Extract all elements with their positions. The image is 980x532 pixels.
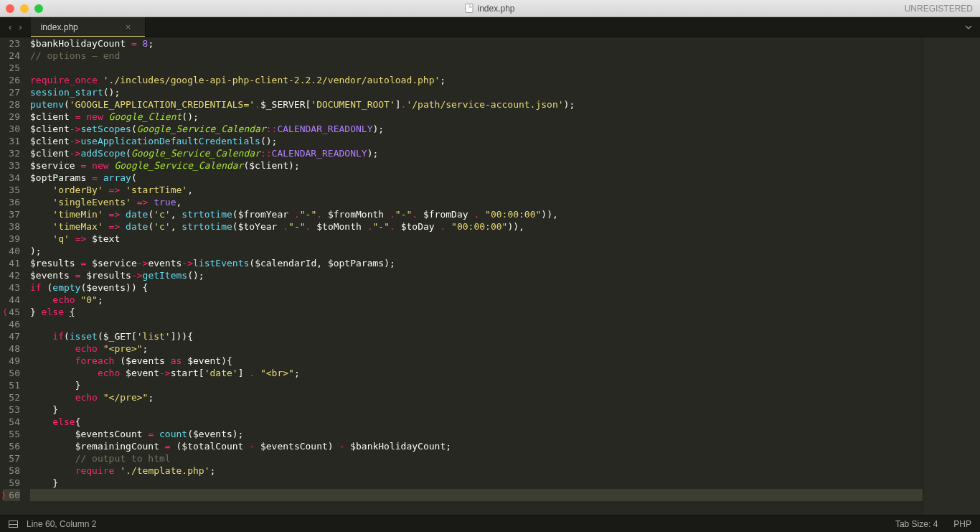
- code-line[interactable]: }: [30, 403, 923, 416]
- nav-arrows: ‹ ›: [0, 17, 31, 37]
- code-line[interactable]: if (empty($events)) {: [30, 281, 923, 294]
- code-line[interactable]: }: [30, 477, 923, 489]
- code-line[interactable]: $client->useApplicationDefaultCredential…: [30, 135, 923, 147]
- line-number[interactable]: 52: [3, 391, 20, 403]
- code-line[interactable]: else{: [30, 416, 923, 428]
- tab-index-php[interactable]: index.php ×: [31, 17, 146, 37]
- syntax-selector[interactable]: PHP: [953, 519, 971, 529]
- line-number[interactable]: 57: [3, 452, 20, 465]
- traffic-lights: [6, 4, 43, 13]
- code-line[interactable]: 'q' => $text: [30, 233, 923, 245]
- code-line[interactable]: $eventsCount = count($events);: [30, 428, 923, 440]
- code-line[interactable]: foreach ($events as $event){: [30, 355, 923, 367]
- panel-switcher-icon[interactable]: [9, 521, 18, 528]
- line-number[interactable]: 29: [3, 111, 20, 123]
- code-line[interactable]: echo "0";: [30, 294, 923, 306]
- code-line[interactable]: $bankHolidayCount = 8;: [30, 37, 923, 50]
- line-number[interactable]: 28: [3, 98, 20, 111]
- code-line[interactable]: );: [30, 245, 923, 257]
- line-number[interactable]: 23: [3, 37, 20, 50]
- line-number[interactable]: 39: [3, 233, 20, 245]
- code-line[interactable]: $events = $results->getItems();: [30, 269, 923, 281]
- code-line[interactable]: [30, 489, 923, 501]
- line-number[interactable]: 58: [3, 465, 20, 477]
- tab-size-selector[interactable]: Tab Size: 4: [895, 519, 938, 529]
- line-number[interactable]: 50: [3, 367, 20, 379]
- tab-overflow[interactable]: [957, 17, 980, 37]
- line-number[interactable]: 41: [3, 257, 20, 269]
- line-number[interactable]: 55: [3, 428, 20, 440]
- line-number[interactable]: 37: [3, 208, 20, 220]
- window-titlebar: index.php UNREGISTERED: [0, 0, 980, 17]
- window-title: index.php: [477, 4, 514, 14]
- nav-back-button[interactable]: ‹: [9, 22, 11, 32]
- code-line[interactable]: echo "</pre>";: [30, 391, 923, 403]
- code-line[interactable]: putenv('GOOGLE_APPLICATION_CREDENTIALS='…: [30, 98, 923, 111]
- line-number[interactable]: 56: [3, 440, 20, 452]
- code-line[interactable]: $client->setScopes(Google_Service_Calend…: [30, 123, 923, 135]
- chevron-down-icon: [964, 23, 973, 32]
- minimap[interactable]: [923, 37, 980, 515]
- code-line[interactable]: [30, 318, 923, 330]
- line-number[interactable]: 49: [3, 355, 20, 367]
- line-number[interactable]: 32: [3, 147, 20, 159]
- line-number[interactable]: 47: [3, 330, 20, 342]
- line-number[interactable]: 44: [3, 294, 20, 306]
- nav-forward-button[interactable]: ›: [19, 22, 22, 32]
- line-number[interactable]: 54: [3, 416, 20, 428]
- code-line[interactable]: 'orderBy' => 'startTime',: [30, 184, 923, 196]
- line-number[interactable]: 59: [3, 477, 20, 489]
- code-line[interactable]: echo $event->start['date'] . "<br>";: [30, 367, 923, 379]
- line-number[interactable]: 33: [3, 159, 20, 172]
- code-line[interactable]: $optParams = array(: [30, 172, 923, 184]
- line-number[interactable]: 36: [3, 196, 20, 208]
- line-number[interactable]: 35: [3, 184, 20, 196]
- code-line[interactable]: 'singleEvents' => true,: [30, 196, 923, 208]
- code-line[interactable]: require './template.php';: [30, 465, 923, 477]
- line-number[interactable]: 53: [3, 403, 20, 416]
- line-number[interactable]: 51: [3, 379, 20, 391]
- minimize-window-button[interactable]: [20, 4, 29, 13]
- line-number[interactable]: {45: [3, 306, 20, 318]
- code-line[interactable]: $client = new Google_Client();: [30, 111, 923, 123]
- document-icon: [465, 4, 473, 13]
- line-number[interactable]: 34: [3, 172, 20, 184]
- code-line[interactable]: if(isset($_GET['list'])){: [30, 330, 923, 342]
- line-number-gutter[interactable]: 2324252627282930313233343536373839404142…: [0, 37, 26, 515]
- code-line[interactable]: $results = $service->events->listEvents(…: [30, 257, 923, 269]
- code-line[interactable]: // options – end: [30, 50, 923, 62]
- line-number[interactable]: 42: [3, 269, 20, 281]
- line-number[interactable]: 30: [3, 123, 20, 135]
- line-number[interactable]: 40: [3, 245, 20, 257]
- maximize-window-button[interactable]: [34, 4, 43, 13]
- code-line[interactable]: 'timeMax' => date('c', strtotime($toYear…: [30, 220, 923, 233]
- code-line[interactable]: }: [30, 379, 923, 391]
- line-number[interactable]: 24: [3, 50, 20, 62]
- editor-area[interactable]: 2324252627282930313233343536373839404142…: [0, 37, 980, 515]
- line-number[interactable]: 25: [3, 62, 20, 74]
- code-line[interactable]: $client->addScope(Google_Service_Calenda…: [30, 147, 923, 159]
- tab-bar: ‹ › index.php ×: [0, 17, 980, 37]
- code-line[interactable]: echo "<pre>";: [30, 342, 923, 355]
- code-line[interactable]: session_start();: [30, 86, 923, 98]
- code-line[interactable]: 'timeMin' => date('c', strtotime($fromYe…: [30, 208, 923, 220]
- line-number[interactable]: 48: [3, 342, 20, 355]
- line-number[interactable]: 31: [3, 135, 20, 147]
- line-number[interactable]: 27: [3, 86, 20, 98]
- code-line[interactable]: // output to html: [30, 452, 923, 465]
- code-line[interactable]: } else {: [30, 306, 923, 318]
- title-center: index.php: [465, 4, 514, 14]
- code-line[interactable]: $remainingCount = ($totalCount - $events…: [30, 440, 923, 452]
- line-number[interactable]: 43: [3, 281, 20, 294]
- cursor-position[interactable]: Line 60, Column 2: [27, 519, 96, 529]
- line-number[interactable]: 38: [3, 220, 20, 233]
- line-number[interactable]: 26: [3, 74, 20, 86]
- code-content[interactable]: $bankHolidayCount = 8;// options – end r…: [26, 37, 923, 515]
- code-line[interactable]: require_once './includes/google-api-php-…: [30, 74, 923, 86]
- close-window-button[interactable]: [6, 4, 14, 13]
- line-number[interactable]: 46: [3, 318, 20, 330]
- tab-close-button[interactable]: ×: [126, 22, 131, 32]
- code-line[interactable]: $service = new Google_Service_Calendar($…: [30, 159, 923, 172]
- code-line[interactable]: [30, 62, 923, 74]
- line-number[interactable]: }60: [3, 489, 20, 501]
